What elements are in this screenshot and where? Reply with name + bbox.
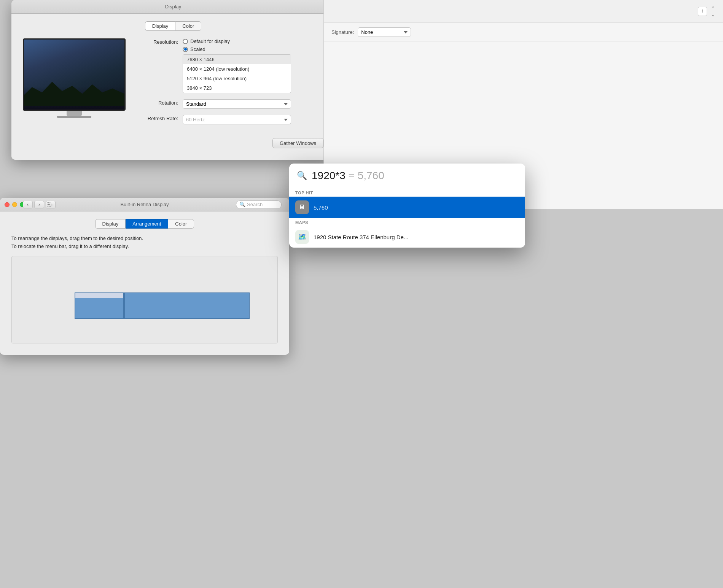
window-2-title: Built-in Retina Display xyxy=(120,202,169,207)
close-button[interactable] xyxy=(5,202,10,207)
radio-default-label: Default for display xyxy=(190,38,230,44)
radio-scaled[interactable]: Scaled xyxy=(183,46,291,52)
spotlight-search-icon: 🔍 xyxy=(297,171,307,181)
resolution-label: Resolution: xyxy=(137,38,183,45)
resolution-item-0[interactable]: 7680 × 1446 xyxy=(183,55,291,64)
tab-row: Display Color xyxy=(23,21,323,31)
search-bar-2[interactable]: 🔍 Search xyxy=(236,200,282,209)
spotlight-query: 1920*3 = 5,760 xyxy=(312,170,518,182)
search-icon-small: 🔍 xyxy=(239,202,245,207)
refresh-rate-select[interactable]: 60 Hertz xyxy=(183,115,291,124)
rotation-select[interactable]: Standard xyxy=(183,99,291,109)
rotation-label: Rotation: xyxy=(137,99,183,106)
top-hit-value: 5,760 xyxy=(314,204,328,211)
exclaim-button[interactable]: ! xyxy=(698,7,707,16)
tab-2-color[interactable]: Color xyxy=(168,219,194,229)
spotlight-result-inline: 5,760 xyxy=(358,170,384,181)
right-panel-header: ! ⌃⌄ xyxy=(324,0,723,23)
arrangement-text-line2: To relocate the menu bar, drag it to a d… xyxy=(11,243,278,251)
display-window-title: Display xyxy=(165,4,182,10)
gather-windows-button[interactable]: Gather Windows xyxy=(272,138,323,148)
spotlight-popup: 🔍 1920*3 = 5,760 TOP HIT 🖩 5,760 MAPS 🗺️… xyxy=(289,164,525,248)
forward-button[interactable]: › xyxy=(34,201,44,208)
tab-2-display[interactable]: Display xyxy=(95,219,126,229)
arrangement-text-line1: To rearrange the displays, drag them to … xyxy=(11,235,278,243)
resolution-item-2[interactable]: 5120 × 964 (low resolution) xyxy=(183,74,291,83)
arrangement-text: To rearrange the displays, drag them to … xyxy=(11,235,278,251)
radio-scaled-label: Scaled xyxy=(190,46,205,52)
window-2-titlebar: ‹ › ::: Built-in Retina Display 🔍 Searc… xyxy=(0,198,289,211)
resolution-item-3[interactable]: 3840 × 723 xyxy=(183,83,291,93)
resolution-item-1[interactable]: 6400 × 1204 (low resolution) xyxy=(183,64,291,74)
refresh-rate-label: Refresh Rate: xyxy=(137,115,183,121)
spotlight-equals: = xyxy=(346,170,358,181)
tab-2-arrangement[interactable]: Arrangement xyxy=(126,219,168,229)
radio-default[interactable]: Default for display xyxy=(183,38,291,44)
signature-label: Signature: xyxy=(331,29,354,35)
tab-row-2: Display Arrangement Color xyxy=(11,219,278,229)
monitor-base xyxy=(57,116,91,118)
grid-button[interactable]: ::: xyxy=(46,201,56,208)
display-window: Display Display Color Resolution: xyxy=(11,0,335,160)
signature-select[interactable]: None xyxy=(358,27,411,37)
spotlight-top-hit[interactable]: 🖩 5,760 xyxy=(289,197,525,218)
maps-result-title: 1920 State Route 374 Ellenburg De... xyxy=(314,234,408,240)
monitor-stand xyxy=(67,111,82,116)
radio-circle-default xyxy=(183,39,188,44)
window-titlebar: Display xyxy=(11,0,335,14)
traffic-lights xyxy=(5,202,25,207)
display-block-1-menubar xyxy=(75,293,123,298)
spotlight-maps-result[interactable]: 🗺️ 1920 State Route 374 Ellenburg De... xyxy=(289,226,525,248)
radio-circle-scaled xyxy=(183,47,188,52)
display-window-2: ‹ › ::: Built-in Retina Display 🔍 Searc… xyxy=(0,198,289,355)
tab-color[interactable]: Color xyxy=(175,21,201,31)
tab-display[interactable]: Display xyxy=(145,21,175,31)
resolution-list[interactable]: 7680 × 1446 6400 × 1204 (low resolution)… xyxy=(183,54,291,93)
monitor-preview xyxy=(23,38,126,111)
nav-buttons: ‹ › ::: xyxy=(23,201,56,208)
signature-row: Signature: None xyxy=(324,23,723,42)
spotlight-query-text: 1920*3 xyxy=(312,170,346,181)
maps-label: MAPS xyxy=(289,218,525,226)
display-block-1[interactable] xyxy=(75,292,124,319)
exclaim-icon: ! xyxy=(702,9,703,14)
calculator-icon: 🖩 xyxy=(295,200,309,214)
back-button[interactable]: ‹ xyxy=(23,201,33,208)
chevron-updown-icon: ⌃⌄ xyxy=(711,5,715,17)
display-arrangement-area[interactable] xyxy=(11,256,278,343)
minimize-button[interactable] xyxy=(12,202,17,207)
spotlight-search-bar: 🔍 1920*3 = 5,760 xyxy=(289,164,525,188)
maps-icon: 🗺️ xyxy=(295,230,309,244)
top-hit-label: TOP HIT xyxy=(289,188,525,197)
search-placeholder: Search xyxy=(247,202,263,207)
display-block-2[interactable] xyxy=(124,292,250,319)
